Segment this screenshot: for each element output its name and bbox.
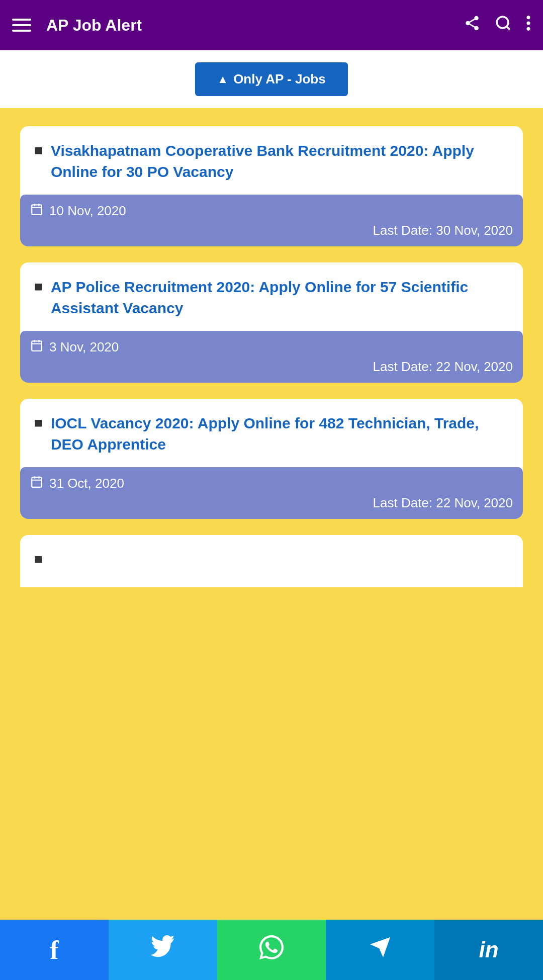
- twitter-share-button[interactable]: [109, 920, 217, 980]
- svg-rect-18: [32, 477, 42, 487]
- svg-line-3: [470, 24, 475, 27]
- svg-rect-14: [32, 341, 42, 351]
- facebook-share-button[interactable]: f: [0, 920, 109, 980]
- svg-point-2: [474, 26, 479, 31]
- posted-date-text: 31 Oct, 2020: [49, 476, 124, 491]
- job-posted-date: 10 Nov, 2020: [30, 203, 513, 219]
- svg-point-0: [474, 16, 479, 20]
- job-last-date: Last Date: 22 Nov, 2020: [30, 359, 513, 375]
- job-meta: 10 Nov, 2020 Last Date: 30 Nov, 2020: [20, 195, 523, 246]
- filter-button-label: Only AP - Jobs: [233, 71, 326, 87]
- svg-line-6: [507, 27, 510, 30]
- bullet-icon: ■: [34, 551, 43, 567]
- bullet-icon: ■: [34, 415, 43, 431]
- app-header: AP Job Alert: [0, 0, 543, 50]
- main-content: ■ Visakhapatnam Cooperative Bank Recruit…: [0, 108, 543, 934]
- telegram-share-button[interactable]: [326, 920, 434, 980]
- header-right: [464, 15, 531, 36]
- svg-point-1: [466, 21, 470, 26]
- partial-job-card[interactable]: ■: [20, 535, 523, 587]
- job-card[interactable]: ■ AP Police Recruitment 2020: Apply Onli…: [20, 262, 523, 383]
- svg-rect-10: [32, 205, 42, 215]
- job-card-inner: ■ IOCL Vacancy 2020: Apply Online for 48…: [34, 413, 509, 455]
- social-bar: f in: [0, 920, 543, 980]
- menu-icon[interactable]: [12, 19, 31, 32]
- svg-point-8: [526, 21, 530, 25]
- job-title: IOCL Vacancy 2020: Apply Online for 482 …: [51, 413, 509, 455]
- facebook-icon: f: [50, 935, 58, 965]
- job-card[interactable]: ■ Visakhapatnam Cooperative Bank Recruit…: [20, 126, 523, 246]
- job-title: AP Police Recruitment 2020: Apply Online…: [51, 277, 509, 319]
- calendar-icon: [30, 203, 43, 219]
- search-icon[interactable]: [495, 15, 512, 36]
- bullet-icon: ■: [34, 142, 43, 158]
- arrow-up-icon: ▲: [217, 73, 228, 86]
- svg-point-7: [526, 16, 530, 19]
- job-card[interactable]: ■ IOCL Vacancy 2020: Apply Online for 48…: [20, 399, 523, 519]
- bullet-icon: ■: [34, 279, 43, 295]
- linkedin-share-button[interactable]: in: [434, 920, 543, 980]
- job-card-inner: ■ Visakhapatnam Cooperative Bank Recruit…: [34, 140, 509, 183]
- whatsapp-share-button[interactable]: [217, 920, 326, 980]
- job-last-date: Last Date: 22 Nov, 2020: [30, 495, 513, 511]
- only-ap-jobs-button[interactable]: ▲ Only AP - Jobs: [195, 62, 347, 96]
- header-left: AP Job Alert: [12, 16, 142, 35]
- calendar-icon: [30, 339, 43, 355]
- app-title: AP Job Alert: [46, 16, 142, 35]
- svg-point-5: [497, 17, 508, 28]
- job-meta: 3 Nov, 2020 Last Date: 22 Nov, 2020: [20, 331, 523, 383]
- job-posted-date: 3 Nov, 2020: [30, 339, 513, 355]
- job-meta: 31 Oct, 2020 Last Date: 22 Nov, 2020: [20, 467, 523, 519]
- job-card-inner: ■ AP Police Recruitment 2020: Apply Onli…: [34, 277, 509, 319]
- svg-point-9: [526, 27, 530, 31]
- twitter-icon: [151, 935, 175, 964]
- share-icon[interactable]: [464, 15, 481, 36]
- calendar-icon: [30, 475, 43, 491]
- posted-date-text: 10 Nov, 2020: [49, 203, 126, 219]
- job-card-inner: ■: [34, 549, 509, 567]
- more-options-icon[interactable]: [526, 15, 531, 36]
- job-title: Visakhapatnam Cooperative Bank Recruitme…: [51, 140, 509, 183]
- whatsapp-icon: [259, 935, 284, 964]
- telegram-icon: [368, 935, 392, 964]
- svg-line-4: [470, 19, 475, 22]
- job-posted-date: 31 Oct, 2020: [30, 475, 513, 491]
- linkedin-icon: in: [479, 937, 498, 962]
- filter-section: ▲ Only AP - Jobs: [0, 50, 543, 108]
- job-last-date: Last Date: 30 Nov, 2020: [30, 223, 513, 238]
- posted-date-text: 3 Nov, 2020: [49, 339, 119, 355]
